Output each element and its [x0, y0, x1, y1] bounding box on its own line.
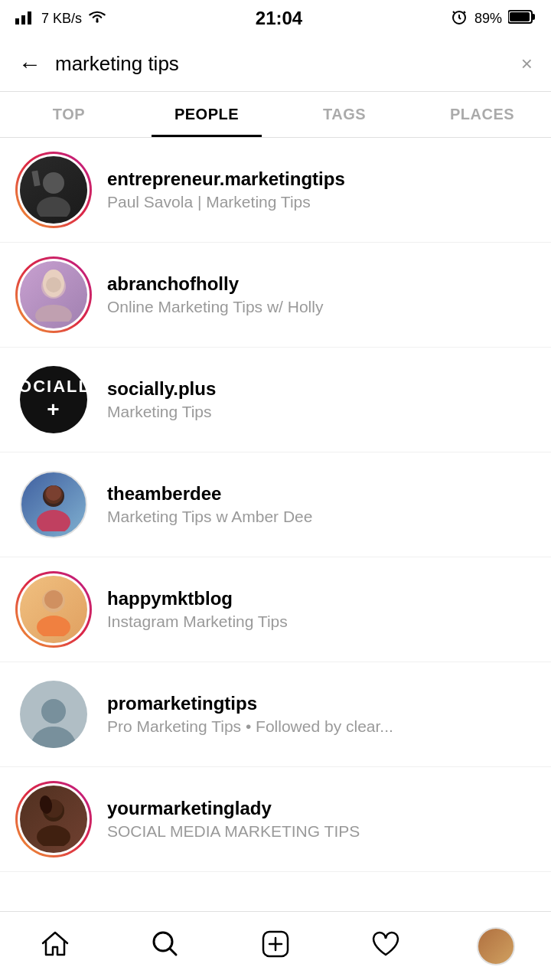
user-handle: promarketingtips	[107, 693, 536, 714]
search-input[interactable]	[55, 52, 507, 76]
user-info: entrepreneur.marketingtips Paul Savola |…	[107, 168, 536, 211]
svg-point-21	[44, 590, 63, 609]
nav-profile-button[interactable]	[450, 920, 542, 973]
user-desc: Instagram Marketing Tips	[107, 612, 536, 631]
list-item[interactable]: promarketingtips Pro Marketing Tips • Fo…	[0, 662, 551, 767]
avatar	[15, 781, 92, 858]
user-desc: SOCIAL MEDIA MARKETING TIPS	[107, 822, 536, 841]
nav-home-button[interactable]	[9, 920, 101, 973]
svg-point-18	[46, 485, 61, 501]
socially-logo: SOCIALLY +	[20, 366, 87, 433]
avatar	[15, 571, 92, 648]
user-info: theamberdee Marketing Tips w Amber Dee	[107, 483, 536, 526]
user-desc: Paul Savola | Marketing Tips	[107, 193, 536, 211]
user-list: entrepreneur.marketingtips Paul Savola |…	[0, 138, 551, 941]
svg-rect-6	[532, 14, 535, 20]
search-tabs: TOP PEOPLE TAGS PLACES	[0, 92, 551, 138]
user-handle: theamberdee	[107, 483, 536, 505]
svg-rect-2	[28, 11, 31, 24]
svg-point-3	[96, 20, 99, 23]
svg-point-8	[43, 172, 64, 194]
avatar	[15, 152, 92, 228]
avatar	[15, 256, 92, 333]
list-item[interactable]: SOCIALLY + socially.plus Marketing Tips	[0, 348, 551, 452]
user-desc: Marketing Tips	[107, 403, 536, 421]
list-item[interactable]: yourmarketinglady SOCIAL MEDIA MARKETING…	[0, 767, 551, 872]
svg-rect-7	[510, 12, 530, 21]
user-handle: abranchofholly	[107, 273, 536, 295]
search-icon	[151, 929, 180, 963]
user-info: socially.plus Marketing Tips	[107, 378, 536, 421]
battery-icon	[508, 9, 536, 28]
status-left: 7 KB/s	[15, 8, 108, 29]
bottom-nav	[0, 911, 551, 980]
profile-avatar	[477, 927, 515, 965]
tab-people[interactable]: PEOPLE	[138, 92, 276, 137]
svg-rect-10	[31, 170, 40, 186]
nav-add-button[interactable]	[230, 920, 321, 973]
status-bar: 7 KB/s 21:04 89%	[0, 0, 551, 37]
battery-percent: 89%	[474, 11, 502, 27]
user-info: abranchofholly Online Marketing Tips w/ …	[107, 273, 536, 316]
user-info: happymktblog Instagram Marketing Tips	[107, 588, 536, 631]
heart-icon	[371, 930, 400, 962]
user-info: promarketingtips Pro Marketing Tips • Fo…	[107, 693, 536, 736]
user-handle: yourmarketinglady	[107, 798, 536, 819]
svg-rect-1	[21, 15, 25, 24]
svg-point-20	[37, 616, 70, 636]
add-icon	[261, 929, 290, 963]
tab-tags[interactable]: TAGS	[276, 92, 413, 137]
tab-places[interactable]: PLACES	[413, 92, 551, 137]
search-bar: ← ×	[0, 37, 551, 92]
signal-icon	[15, 8, 37, 29]
alarm-icon	[450, 8, 468, 30]
svg-point-14	[46, 277, 61, 292]
user-info: yourmarketinglady SOCIAL MEDIA MARKETING…	[107, 798, 536, 841]
avatar	[15, 466, 92, 543]
list-item[interactable]: abranchofholly Online Marketing Tips w/ …	[0, 243, 551, 348]
list-item[interactable]: entrepreneur.marketingtips Paul Savola |…	[0, 138, 551, 243]
user-desc: Pro Marketing Tips • Followed by clear..…	[107, 717, 536, 736]
status-right: 89%	[450, 8, 536, 30]
home-icon	[40, 929, 70, 963]
user-handle: socially.plus	[107, 378, 536, 400]
svg-point-23	[37, 825, 70, 846]
svg-point-9	[37, 197, 70, 217]
tab-top[interactable]: TOP	[0, 92, 138, 137]
list-item[interactable]: happymktblog Instagram Marketing Tips	[0, 557, 551, 662]
data-speed: 7 KB/s	[41, 11, 82, 27]
avatar: SOCIALLY +	[15, 361, 92, 438]
user-desc: Online Marketing Tips w/ Holly	[107, 298, 536, 316]
svg-point-12	[35, 305, 72, 322]
list-item[interactable]: theamberdee Marketing Tips w Amber Dee	[0, 452, 551, 557]
back-button[interactable]: ←	[15, 48, 44, 80]
svg-point-16	[37, 510, 70, 531]
wifi-icon	[86, 8, 108, 29]
avatar	[15, 676, 92, 753]
user-handle: happymktblog	[107, 588, 536, 609]
user-handle: entrepreneur.marketingtips	[107, 168, 536, 190]
nav-heart-button[interactable]	[340, 920, 432, 973]
status-time: 21:04	[256, 8, 302, 29]
user-desc: Marketing Tips w Amber Dee	[107, 508, 536, 526]
search-input-wrap	[55, 52, 507, 76]
svg-rect-0	[15, 18, 19, 24]
clear-button[interactable]: ×	[518, 49, 536, 79]
nav-search-button[interactable]	[119, 920, 211, 973]
